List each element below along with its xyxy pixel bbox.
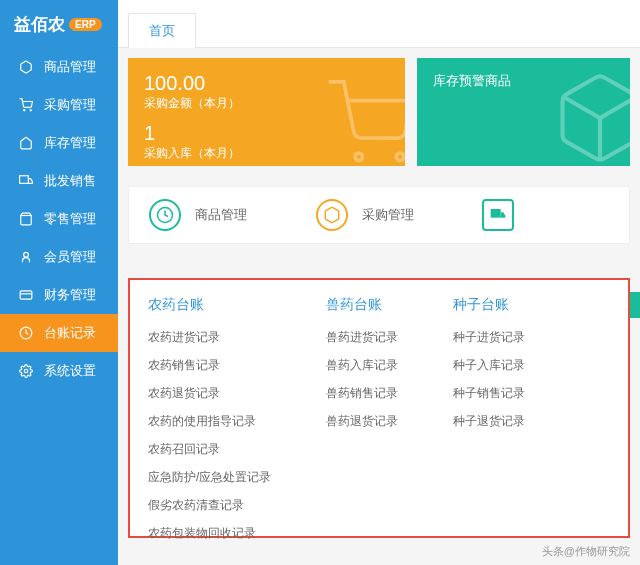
nav-label: 系统设置 [44, 362, 96, 380]
ledger-submenu: 农药台账 农药进货记录 农药销售记录 农药退货记录 农药的使用指导记录 农药召回… [128, 278, 630, 538]
tab-home[interactable]: 首页 [128, 13, 196, 48]
nav-label: 财务管理 [44, 286, 96, 304]
mega-col-pesticide: 农药台账 农药进货记录 农药销售记录 农药退货记录 农药的使用指导记录 农药召回… [148, 296, 271, 520]
clock-icon [18, 325, 34, 341]
nav-product[interactable]: 商品管理 [0, 48, 118, 86]
nav-label: 商品管理 [44, 58, 96, 76]
box-icon [18, 59, 34, 75]
mega-link[interactable]: 兽药退货记录 [326, 413, 398, 430]
nav-label: 会员管理 [44, 248, 96, 266]
nav-wholesale[interactable]: 批发销售 [0, 162, 118, 200]
quick-product[interactable]: 商品管理 [129, 199, 296, 231]
nav-label: 采购管理 [44, 96, 96, 114]
mega-title: 农药台账 [148, 296, 271, 314]
nav-retail[interactable]: 零售管理 [0, 200, 118, 238]
svg-point-8 [24, 369, 28, 373]
wallet-icon [18, 287, 34, 303]
quick-more[interactable] [462, 199, 629, 231]
mega-link[interactable]: 种子销售记录 [453, 385, 525, 402]
quick-purchase[interactable]: 采购管理 [296, 199, 463, 231]
cube-icon [316, 199, 348, 231]
watermark: 头条@作物研究院 [542, 544, 630, 559]
svg-point-9 [355, 153, 363, 161]
mega-link[interactable]: 种子退货记录 [453, 413, 525, 430]
cards-row: 100.00 采购金额（本月） 1 采购入库（本月） 库存预警商品 [118, 48, 640, 176]
mega-col-veterinary: 兽药台账 兽药进货记录 兽药入库记录 兽药销售记录 兽药退货记录 [326, 296, 398, 520]
card-purchase-stats[interactable]: 100.00 采购金额（本月） 1 采购入库（本月） [128, 58, 405, 166]
svg-point-10 [396, 153, 404, 161]
nav-member[interactable]: 会员管理 [0, 238, 118, 276]
nav-label: 库存管理 [44, 134, 96, 152]
mega-link[interactable]: 农药召回记录 [148, 441, 271, 458]
mega-title: 兽药台账 [326, 296, 398, 314]
nav-finance[interactable]: 财务管理 [0, 276, 118, 314]
svg-point-1 [30, 110, 31, 111]
svg-rect-2 [20, 176, 29, 184]
tabbar: 首页 [118, 0, 640, 48]
main: 首页 100.00 采购金额（本月） 1 采购入库（本月） 库存预警商品 商品管… [118, 0, 640, 565]
quick-label: 商品管理 [195, 206, 247, 224]
nav-inventory[interactable]: 库存管理 [0, 124, 118, 162]
mega-link[interactable]: 农药的使用指导记录 [148, 413, 271, 430]
home-icon [18, 135, 34, 151]
svg-point-0 [24, 110, 25, 111]
clock-icon [149, 199, 181, 231]
cart-icon [18, 97, 34, 113]
logo: 益佰农 ERP [0, 0, 118, 48]
card-stock-alert[interactable]: 库存预警商品 [417, 58, 630, 166]
user-icon [18, 249, 34, 265]
mega-link[interactable]: 兽药销售记录 [326, 385, 398, 402]
mega-link[interactable]: 兽药进货记录 [326, 329, 398, 346]
mega-link[interactable]: 农药进货记录 [148, 329, 271, 346]
nav-label: 零售管理 [44, 210, 96, 228]
quick-label: 采购管理 [362, 206, 414, 224]
nav-label: 批发销售 [44, 172, 96, 190]
mega-title: 种子台账 [453, 296, 525, 314]
bag-icon [18, 211, 34, 227]
mega-link[interactable]: 农药销售记录 [148, 357, 271, 374]
nav-label: 台账记录 [44, 324, 96, 342]
erp-badge: ERP [69, 18, 102, 31]
mega-col-seed: 种子台账 种子进货记录 种子入库记录 种子销售记录 种子退货记录 [453, 296, 525, 520]
mega-link[interactable]: 种子入库记录 [453, 357, 525, 374]
truck-icon [482, 199, 514, 231]
truck-icon [18, 173, 34, 189]
mega-link[interactable]: 兽药入库记录 [326, 357, 398, 374]
mega-link[interactable]: 种子进货记录 [453, 329, 525, 346]
gear-icon [18, 363, 34, 379]
nav-purchase[interactable]: 采购管理 [0, 86, 118, 124]
logo-text: 益佰农 [14, 13, 65, 36]
mega-link[interactable]: 假劣农药清查记录 [148, 497, 271, 514]
boxes-bg-icon [550, 68, 630, 166]
svg-rect-13 [491, 209, 501, 218]
cart-bg-icon [325, 78, 405, 166]
mega-link[interactable]: 农药包装物回收记录 [148, 525, 271, 542]
mega-link[interactable]: 应急防护/应急处置记录 [148, 469, 271, 486]
mega-link[interactable]: 农药退货记录 [148, 385, 271, 402]
quick-row: 商品管理 采购管理 [128, 186, 630, 244]
svg-rect-5 [20, 291, 32, 299]
svg-point-4 [24, 252, 29, 257]
nav-ledger[interactable]: 台账记录 [0, 314, 118, 352]
nav-settings[interactable]: 系统设置 [0, 352, 118, 390]
sidebar: 益佰农 ERP 商品管理 采购管理 库存管理 批发销售 零售管理 会员管理 财务… [0, 0, 118, 565]
